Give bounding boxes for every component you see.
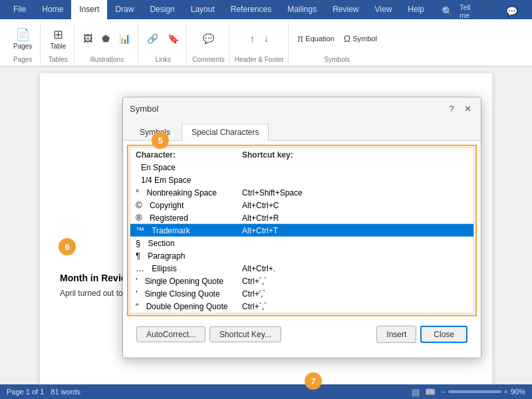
table-row[interactable]: 1/4 Em Space — [130, 174, 473, 186]
dialog-help-button[interactable]: ? — [445, 102, 458, 115]
insert-button[interactable]: Insert — [376, 326, 416, 343]
tab-special-characters[interactable]: Special Characters — [182, 124, 269, 141]
tab-insert[interactable]: Insert — [71, 0, 107, 19]
char-symbol: ' Single Closing Quote — [130, 287, 237, 300]
tab-home[interactable]: Home — [34, 0, 71, 19]
char-shortcut — [237, 174, 473, 186]
table-row[interactable]: ' Single Closing Quote Ctrl+',` — [130, 287, 473, 300]
table-row[interactable]: § Section — [130, 237, 473, 249]
ribbon-right-icons: 🔍 Tell me ↗ 💬 — [432, 3, 527, 19]
tab-layout[interactable]: Layout — [183, 0, 223, 19]
comments-items: 💬 — [200, 22, 217, 55]
shapes-icon: ⬟ — [102, 33, 110, 44]
word-count: 81 words — [51, 388, 80, 396]
picture-button[interactable]: 🖼 — [80, 32, 96, 45]
table-button[interactable]: ⊞ Table — [46, 25, 70, 52]
dialog-footer-left: AutoCorrect... Shortcut Key... — [136, 327, 281, 342]
links-group-label: Links — [156, 56, 171, 63]
page-indicator: Page 1 of 1 — [7, 388, 44, 396]
comment-icon[interactable]: 💬 — [503, 5, 520, 18]
char-symbol: 1/4 Em Space — [130, 174, 237, 186]
char-shortcut — [237, 237, 473, 249]
table-row[interactable]: ' Single Opening Quote Ctrl+`,` — [130, 275, 473, 287]
zoom-slider[interactable] — [448, 390, 501, 393]
link-button[interactable]: 🔗 — [144, 32, 162, 45]
tab-references[interactable]: References — [223, 0, 279, 19]
shortcut-key-button[interactable]: Shortcut Key... — [209, 327, 281, 342]
dialog-titlebar-buttons: ? ✕ — [445, 102, 474, 115]
close-button[interactable]: Close — [420, 326, 467, 343]
col-character: Character: — [130, 148, 237, 162]
equation-label: Equation — [305, 35, 334, 43]
autocorrect-button[interactable]: AutoCorrect... — [136, 327, 205, 342]
links-items: 🔗 🔖 — [144, 22, 182, 55]
char-shortcut: Ctrl+Shift+Space — [237, 186, 473, 199]
dialog-title: Symbol — [130, 103, 158, 113]
ribbon-group-links: 🔗 🔖 Links — [140, 22, 187, 63]
table-row[interactable]: © Copyright Alt+Ctrl+C — [130, 199, 473, 211]
comment-button[interactable]: 💬 — [200, 32, 217, 45]
zoom-in-icon[interactable]: + — [504, 388, 508, 396]
table-row[interactable]: ® Registered Alt+Ctrl+R — [130, 211, 473, 224]
dialog-tab-bar: Symbols Special Characters — [123, 120, 481, 141]
zoom-control: − + 90% — [441, 388, 525, 396]
char-name: Double Opening Quote — [146, 302, 228, 311]
read-mode-icon[interactable]: 📖 — [425, 387, 436, 397]
header-button[interactable]: ↑ — [247, 32, 258, 45]
header-items: ↑ ↓ — [247, 22, 272, 55]
layout-icon[interactable]: ▤ — [412, 387, 420, 397]
shapes-button[interactable]: ⬟ — [98, 32, 113, 45]
char-name: Registered — [150, 213, 188, 223]
char-shortcut: Alt+Ctrl+C — [237, 199, 473, 211]
tab-draw[interactable]: Draw — [107, 0, 142, 19]
dialog-titlebar: Symbol ? ✕ — [123, 98, 481, 120]
table-icon: ⊞ — [53, 27, 63, 42]
zoom-out-icon[interactable]: − — [441, 388, 445, 396]
status-bar: Page 1 of 1 81 words ▤ 📖 − + 90% — [0, 384, 532, 399]
table-row[interactable]: ™ Trademark Alt+Ctrl+T — [130, 224, 473, 237]
tab-design[interactable]: Design — [142, 0, 182, 19]
char-symbol: “ Double Opening Quote — [130, 300, 237, 313]
equation-button[interactable]: π Equation — [294, 32, 338, 45]
tab-help[interactable]: Help — [400, 0, 432, 19]
tab-view[interactable]: View — [367, 0, 400, 19]
share-icon[interactable]: ↗ — [486, 5, 499, 18]
table-row[interactable]: “ Double Opening Quote Ctrl+`,` — [130, 300, 473, 313]
char-symbol: … Ellipsis — [130, 262, 237, 275]
table-row[interactable]: ¶ Paragraph — [130, 249, 473, 262]
tab-mailings[interactable]: Mailings — [279, 0, 325, 19]
char-symbol: ” Double Closing Quote — [130, 313, 237, 314]
tables-group-label: Tables — [49, 56, 68, 63]
char-symbol: © Copyright — [130, 199, 237, 211]
step-6-bubble: 6 — [59, 238, 76, 255]
dialog-close-x-button[interactable]: ✕ — [461, 102, 474, 115]
table-row[interactable]: ” Double Closing Quote Ctrl+',` — [130, 313, 473, 314]
tell-me-label[interactable]: Tell me — [460, 3, 482, 19]
symbol-dialog: Symbol ? ✕ Symbols Special Characters Ch… — [122, 97, 481, 358]
pages-icon: 📄 — [15, 27, 30, 42]
ribbon-tab-bar: File Home Insert Draw Design Layout Refe… — [0, 0, 532, 19]
chart-icon: 📊 — [119, 33, 130, 44]
search-icon[interactable]: 🔍 — [439, 5, 456, 18]
footer-button[interactable]: ↓ — [261, 32, 272, 45]
char-name: Section — [148, 239, 175, 248]
tab-review[interactable]: Review — [325, 0, 366, 19]
table-row[interactable]: ° Nonbreaking Space Ctrl+Shift+Space — [130, 186, 473, 199]
tables-items: ⊞ Table — [46, 22, 70, 55]
char-name: Copyright — [150, 201, 184, 210]
table-row[interactable]: … Ellipsis Alt+Ctrl+. — [130, 262, 473, 275]
char-symbol: ¶ Paragraph — [130, 249, 237, 262]
equation-icon: π — [297, 33, 304, 44]
chart-button[interactable]: 📊 — [116, 32, 134, 45]
tab-file[interactable]: File — [5, 0, 34, 19]
bookmark-icon: 🔖 — [168, 33, 179, 44]
symbol-button[interactable]: Ω Symbol — [340, 32, 380, 45]
bookmark-button[interactable]: 🔖 — [164, 32, 182, 45]
char-symbol: ™ Trademark — [130, 224, 237, 237]
character-table-container[interactable]: Character: Shortcut key: — Em Dash Alt+C… — [130, 148, 474, 314]
header-group-label: Header & Footer — [235, 56, 284, 63]
main-area: Month in Review April turned out to be a… — [0, 66, 532, 399]
comment-bubble-icon: 💬 — [203, 33, 214, 44]
table-row[interactable]: En Space — [130, 161, 473, 174]
pages-button[interactable]: 📄 Pages — [9, 25, 36, 52]
